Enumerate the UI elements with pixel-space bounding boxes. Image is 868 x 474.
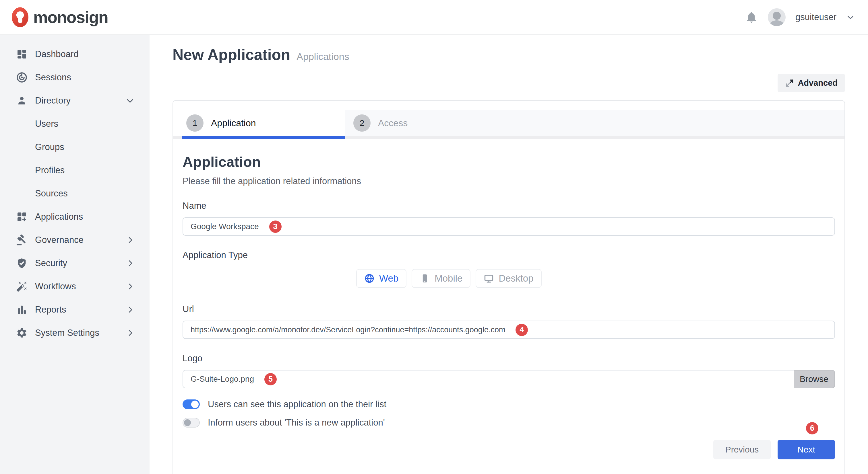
workflows-wand-icon [16, 280, 28, 293]
inform-users-toggle[interactable] [183, 418, 200, 428]
type-option-label: Web [379, 273, 398, 284]
next-button-wrap: 6 Next [778, 440, 835, 460]
toggle-knob [191, 401, 198, 408]
tab-access[interactable]: 2 Access [345, 110, 844, 136]
avatar-shoulders [770, 20, 784, 26]
sidebar-item-label: Sources [35, 189, 68, 199]
monosign-keyhole-icon [11, 7, 29, 28]
topbar: monosign gsuiteuser [0, 0, 868, 35]
topbar-right: gsuiteuser [745, 8, 855, 26]
chevron-right-icon [126, 259, 135, 268]
browse-button[interactable]: Browse [794, 370, 835, 388]
logo-file-row: G-Suite-Logo.png 5 Browse [183, 370, 835, 388]
type-option-mobile[interactable]: Mobile [412, 269, 470, 288]
sidebar-item-label: Groups [35, 142, 64, 152]
visible-toggle-row: Users can see this application on the th… [183, 399, 835, 409]
type-option-web[interactable]: Web [356, 269, 406, 288]
sidebar-item-reports[interactable]: Reports [0, 298, 150, 321]
toggle-label: Inform users about 'This is a new applic… [208, 417, 385, 428]
reports-chart-icon [16, 303, 28, 316]
advanced-label: Advanced [798, 78, 838, 88]
step-badge-5: 5 [265, 373, 277, 385]
sidebar-item-label: Profiles [35, 165, 65, 175]
chevron-down-icon [125, 96, 135, 105]
notifications-bell-icon[interactable] [745, 11, 758, 24]
wizard-body: Application Please fill the application … [173, 154, 844, 474]
sidebar-item-groups[interactable]: Groups [0, 135, 150, 159]
brand-logo[interactable]: monosign [11, 7, 108, 28]
application-type-options: Web Mobile [356, 269, 541, 288]
main-content: New Application Applications Advanced 1 … [150, 35, 868, 474]
chevron-right-icon [126, 236, 135, 244]
chevron-right-icon [126, 329, 135, 337]
name-input[interactable]: Google Workspace 3 [183, 217, 835, 236]
governance-icon [16, 234, 28, 246]
sidebar-item-label: Governance [35, 235, 84, 245]
user-menu-chevron-down-icon[interactable] [846, 13, 855, 22]
sidebar-item-governance[interactable]: Governance [0, 228, 150, 251]
url-input[interactable]: https://www.google.com/a/monofor.dev/Ser… [183, 320, 835, 339]
sidebar-item-label: Reports [35, 305, 66, 315]
logo-label: Logo [183, 353, 835, 364]
advanced-row: Advanced [173, 74, 845, 92]
sidebar-item-sources[interactable]: Sources [0, 182, 150, 205]
globe-icon [364, 273, 375, 283]
sidebar-item-label: Users [35, 119, 58, 129]
tab-label: Application [211, 118, 256, 129]
sidebar-item-system-settings[interactable]: System Settings [0, 321, 150, 344]
new-application-card: 1 Application 2 Access Application Pleas… [173, 100, 845, 474]
sessions-icon [16, 71, 28, 84]
application-type-label: Application Type [183, 250, 835, 260]
desktop-icon [484, 273, 494, 283]
sidebar-item-profiles[interactable]: Profiles [0, 159, 150, 182]
users-can-see-toggle[interactable] [183, 400, 200, 409]
url-value: https://www.google.com/a/monofor.dev/Ser… [191, 326, 505, 334]
settings-gear-icon [16, 327, 28, 339]
expand-arrows-icon [785, 78, 794, 88]
sidebar-item-label: Applications [35, 212, 83, 222]
sidebar-item-label: System Settings [35, 328, 99, 338]
applications-icon [16, 210, 28, 223]
name-value: Google Workspace [191, 222, 259, 231]
url-label: Url [183, 304, 835, 314]
user-avatar[interactable] [768, 8, 786, 26]
sidebar-item-workflows[interactable]: Workflows [0, 275, 150, 298]
toggle-knob [184, 419, 191, 426]
security-shield-icon [16, 257, 28, 270]
sidebar-item-label: Sessions [35, 72, 71, 82]
inform-toggle-row: Inform users about 'This is a new applic… [183, 417, 835, 428]
step-badge-6: 6 [806, 422, 818, 434]
sidebar-item-dashboard[interactable]: Dashboard [0, 42, 150, 66]
page-header: New Application Applications [173, 46, 845, 63]
logo-file-value: G-Suite-Logo.png [191, 374, 254, 384]
sidebar-item-label: Workflows [35, 281, 76, 292]
sidebar-item-label: Security [35, 258, 67, 268]
step-badge-3: 3 [269, 221, 282, 233]
type-option-label: Desktop [499, 273, 533, 284]
breadcrumb: Applications [297, 51, 349, 62]
type-option-label: Mobile [435, 273, 462, 284]
directory-icon [16, 94, 28, 107]
avatar-head [773, 12, 781, 20]
logo-file-input[interactable]: G-Suite-Logo.png 5 [183, 370, 794, 388]
section-subheading: Please fill the application related info… [183, 176, 835, 187]
sidebar-item-directory[interactable]: Directory [0, 89, 150, 112]
wizard-footer: Previous 6 Next [183, 440, 835, 460]
tab-label: Access [378, 118, 408, 129]
next-button[interactable]: Next [778, 440, 835, 460]
section-heading: Application [183, 154, 835, 170]
previous-button[interactable]: Previous [713, 440, 771, 460]
step-badge-4: 4 [516, 324, 528, 336]
page-title: New Application [173, 46, 290, 63]
advanced-button[interactable]: Advanced [778, 74, 845, 92]
tab-step-number: 2 [353, 114, 371, 132]
tab-application[interactable]: 1 Application [173, 110, 345, 136]
sidebar-item-label: Dashboard [35, 49, 79, 59]
name-label: Name [183, 201, 835, 211]
sidebar-item-users[interactable]: Users [0, 112, 150, 135]
sidebar-item-sessions[interactable]: Sessions [0, 66, 150, 89]
sidebar-item-security[interactable]: Security [0, 251, 150, 275]
type-option-desktop[interactable]: Desktop [476, 269, 541, 288]
sidebar-item-applications[interactable]: Applications [0, 205, 150, 228]
tab-step-number: 1 [186, 114, 204, 132]
